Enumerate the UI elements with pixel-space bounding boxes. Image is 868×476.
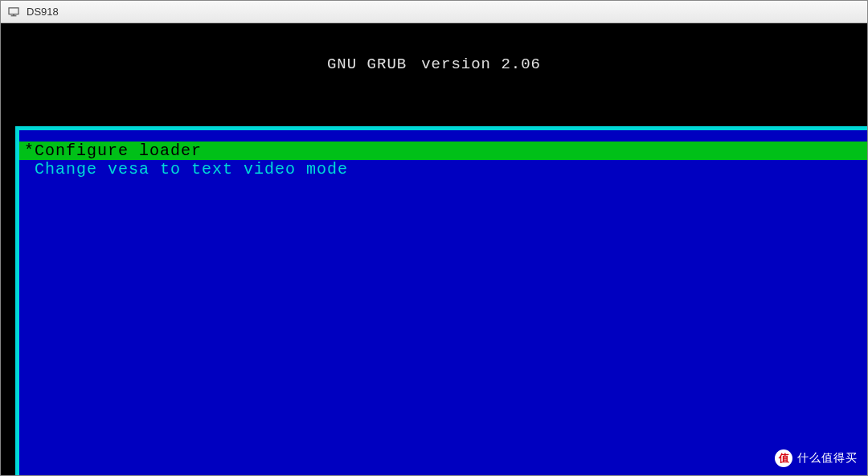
window-title: DS918 <box>27 6 59 18</box>
watermark: 值 什么值得买 <box>775 449 858 467</box>
grub-header: GNU GRUBversion 2.06 <box>1 55 867 73</box>
grub-name: GNU GRUB <box>327 55 407 73</box>
watermark-badge-icon: 值 <box>775 449 792 467</box>
svg-rect-0 <box>9 7 18 14</box>
grub-version: version 2.06 <box>421 55 541 73</box>
window-titlebar[interactable]: DS918 <box>1 1 867 23</box>
grub-menu-item-selected[interactable]: *Configure loader <box>19 142 867 160</box>
grub-menu-item[interactable]: Change vesa to text video mode <box>19 160 867 178</box>
watermark-text: 什么值得买 <box>797 451 858 466</box>
monitor-icon <box>7 7 20 17</box>
console-screen: GNU GRUBversion 2.06 *Configure loader C… <box>1 23 867 475</box>
grub-menu[interactable]: *Configure loader Change vesa to text vi… <box>19 142 867 178</box>
menu-item-label: Configure loader <box>35 142 202 160</box>
grub-menu-frame: *Configure loader Change vesa to text vi… <box>15 126 867 475</box>
menu-item-label: Change vesa to text video mode <box>35 160 348 178</box>
vm-window: DS918 GNU GRUBversion 2.06 *Configure lo… <box>0 0 868 476</box>
